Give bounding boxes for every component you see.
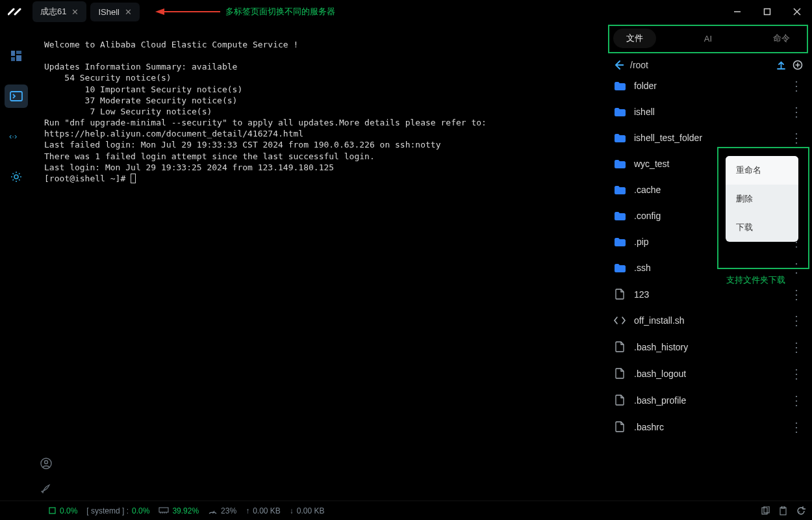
context-menu-download[interactable]: 下载 (726, 213, 798, 242)
file-row[interactable]: .bash_profile⋮ (604, 387, 812, 413)
annotation-text: 多标签页面切换不同的服务器 (225, 6, 335, 18)
right-tab-ai[interactable]: AI (691, 30, 725, 47)
folder-icon (613, 263, 626, 273)
folder-icon (613, 133, 626, 143)
right-tab-commands[interactable]: 命令 (760, 29, 803, 48)
code-icon (613, 316, 626, 325)
titlebar: 成志61 ✕ IShell ✕ 多标签页面切换不同的服务器 (0, 0, 812, 23)
folder-icon (613, 81, 626, 91)
sidebar-terminal-icon[interactable] (5, 84, 28, 108)
terminal-output: Welcome to Alibaba Cloud Elastic Compute… (44, 39, 604, 184)
close-button[interactable] (782, 0, 812, 23)
svg-point-14 (45, 461, 48, 464)
file-name: .bashrc (634, 422, 782, 432)
status-bar: 0.0% [ systemd ] : 0.0% 39.92% 23% ↑0.00… (0, 500, 812, 520)
svg-rect-8 (11, 57, 15, 61)
tab-label: 成志61 (40, 6, 66, 18)
svg-rect-16 (49, 508, 55, 514)
file-name: .bash_profile (634, 395, 782, 406)
current-path: /root (630, 60, 648, 70)
folder-icon (613, 211, 626, 221)
tab-1[interactable]: IShell ✕ (90, 3, 140, 21)
file-row[interactable]: .bash_history⋮ (604, 333, 812, 360)
tab-0[interactable]: 成志61 ✕ (32, 1, 86, 22)
file-row[interactable]: ishell⋮ (604, 99, 812, 125)
file-name: folder (634, 81, 782, 91)
sidebar: ‹·› (0, 23, 32, 500)
sidebar-dashboard-icon[interactable] (5, 44, 28, 68)
copy-icon[interactable] (761, 506, 770, 515)
svg-rect-25 (780, 508, 786, 515)
right-panel: 文件 AI 命令 /root folder⋮ishell⋮ishell_test (604, 23, 812, 500)
file-row[interactable]: .bashrc⋮ (604, 413, 812, 440)
right-tab-files[interactable]: 文件 (613, 29, 656, 48)
app-logo (0, 8, 32, 16)
window-controls (722, 0, 812, 23)
status-cpu: 0.0% (48, 506, 77, 515)
sidebar-settings-icon[interactable] (5, 165, 28, 188)
file-name: .ssh (634, 263, 782, 273)
file-icon (613, 421, 626, 432)
file-list: folder⋮ishell⋮ishell_test_folder⋮wyc_tes… (604, 73, 812, 500)
file-row[interactable]: folder⋮ (604, 73, 812, 99)
add-icon[interactable] (793, 60, 803, 70)
file-name: ishell (634, 107, 782, 117)
file-icon (613, 289, 626, 300)
maximize-button[interactable] (752, 0, 782, 23)
rocket-icon[interactable] (40, 484, 52, 495)
status-dash: - (798, 507, 800, 516)
svg-text:‹·›: ‹·› (9, 132, 17, 141)
context-menu-rename[interactable]: 重命名 (726, 156, 798, 185)
context-menu: 重命名 删除 下载 (726, 156, 798, 242)
close-icon[interactable]: ✕ (125, 7, 132, 17)
minimize-button[interactable] (722, 0, 752, 23)
file-name: .bash_history (634, 342, 782, 352)
folder-icon (613, 159, 626, 169)
folder-icon (613, 237, 626, 247)
status-systemd: [ systemd ] : 0.0% (86, 506, 149, 515)
back-icon[interactable] (613, 60, 624, 70)
svg-rect-10 (10, 92, 22, 101)
svg-rect-3 (765, 9, 770, 15)
paste-icon[interactable] (779, 506, 787, 515)
file-icon (613, 341, 626, 352)
tab-label: IShell (98, 7, 120, 17)
status-download: ↓0.00 KB (290, 506, 325, 515)
session-tabs: 成志61 ✕ IShell ✕ (32, 1, 140, 22)
status-memory: 39.92% (159, 506, 199, 515)
status-upload: ↑0.00 KB (246, 506, 281, 515)
file-name: ishell_test_folder (634, 133, 782, 143)
file-row[interactable]: .bash_logout⋮ (604, 360, 812, 387)
file-name: off_install.sh (634, 315, 782, 326)
context-menu-delete[interactable]: 删除 (726, 185, 798, 213)
file-row[interactable]: off_install.sh⋮ (604, 307, 812, 333)
annotation-download-note: 支持文件夹下载 (726, 274, 785, 286)
file-icon (613, 368, 626, 379)
folder-icon (613, 107, 626, 117)
status-disk: 23% (208, 506, 236, 515)
svg-marker-1 (155, 8, 164, 15)
folder-icon (613, 185, 626, 195)
file-icon (613, 395, 626, 406)
terminal-area[interactable]: Welcome to Alibaba Cloud Elastic Compute… (32, 23, 604, 500)
svg-rect-17 (159, 508, 168, 512)
close-icon[interactable]: ✕ (71, 7, 79, 17)
svg-point-12 (14, 175, 18, 179)
upload-icon[interactable] (776, 60, 786, 70)
user-icon[interactable] (40, 458, 52, 469)
sidebar-transfer-icon[interactable]: ‹·› (5, 125, 28, 148)
svg-rect-9 (16, 55, 21, 61)
svg-rect-6 (11, 51, 15, 56)
file-name: 123 (634, 289, 782, 300)
path-row: /root (604, 53, 812, 73)
svg-rect-7 (16, 51, 21, 54)
right-tabs: 文件 AI 命令 (613, 29, 803, 48)
annotation-right-tabs-outline: 文件 AI 命令 (608, 25, 808, 53)
annotation-tabs: 多标签页面切换不同的服务器 (155, 6, 335, 18)
file-row[interactable]: ishell_test_folder⋮ (604, 125, 812, 151)
file-name: .bash_logout (634, 369, 782, 379)
